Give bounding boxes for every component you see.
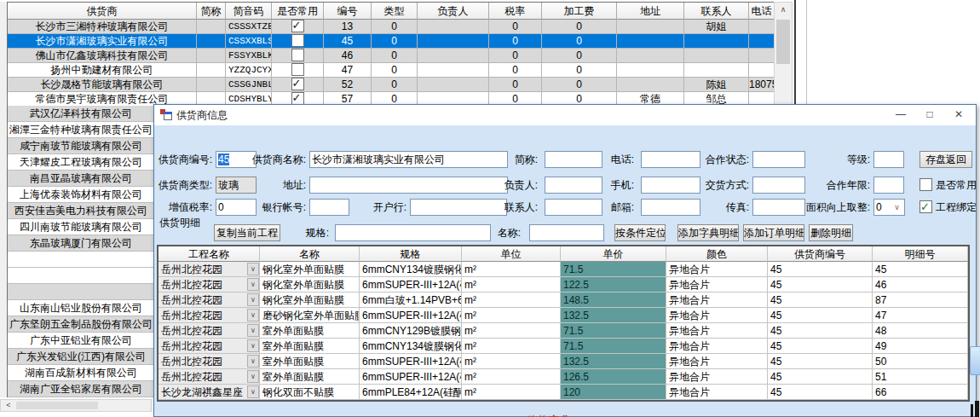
column-header[interactable]: 加工费	[542, 3, 617, 20]
checkbox-checked-icon[interactable]	[291, 20, 304, 32]
chevron-down-icon[interactable]: ∨	[247, 263, 259, 275]
detail-row[interactable]: 岳州北控花园∨钢化室外单面贴膜6mm白玻+1.14PVB+6mm...m²148…	[159, 292, 968, 308]
supplier-row[interactable]: 湘潭三金特种玻璃有限责任公司	[8, 122, 154, 138]
supplier-row[interactable]: 东晶玻璃厦门有限公司	[8, 235, 154, 252]
supplier-row[interactable]: 四川南玻节能玻璃有限公司	[8, 219, 154, 235]
column-header[interactable]: 工程名称	[159, 246, 260, 262]
detail-row[interactable]: 岳州北控花园∨室外单面贴膜6mmSUPER-III+12A(硅...m²126.…	[159, 369, 968, 385]
chevron-down-icon[interactable]: ∨	[891, 200, 903, 214]
column-header[interactable]: 电话	[749, 3, 775, 20]
checkbox-checked-icon[interactable]	[919, 200, 932, 213]
column-header[interactable]: 地址	[617, 3, 684, 20]
column-header[interactable]: 简音码	[226, 3, 272, 20]
column-header[interactable]: 单价	[561, 246, 666, 262]
chevron-down-icon[interactable]: ∨	[247, 324, 259, 337]
copy-project-button[interactable]: 复制当前工程	[214, 224, 280, 241]
supplier-row[interactable]: 扬州中勤建材有限公司YZZQJCYXGS47000	[8, 63, 775, 78]
checkbox-icon[interactable]	[291, 34, 304, 47]
project-combo-cell[interactable]: 岳州北控花园∨	[159, 292, 260, 308]
chevron-down-icon[interactable]: ∨	[247, 293, 259, 306]
scroll-up-icon[interactable]: ∧	[775, 3, 792, 17]
detail-row[interactable]: 岳州北控花园∨钢化室外单面贴膜6mmSUPER-III+12A(硅...m²12…	[159, 277, 968, 292]
coop-status-field[interactable]	[752, 151, 805, 168]
supplier-row[interactable]: 长沙晟格节能玻璃有限公司CSSGJNBLYXGS52000陈姐180751	[8, 78, 775, 92]
common-use-cell[interactable]	[272, 78, 324, 92]
chevron-down-icon[interactable]: ∨	[247, 385, 259, 398]
supplier-row[interactable]: 天津耀皮工程玻璃有限公司	[8, 154, 154, 171]
locate-by-condition-button[interactable]: 按条件定位	[614, 224, 666, 241]
column-header[interactable]: 负责人	[418, 3, 489, 20]
dialog-title-bar[interactable]: 供货商信息 — □ ✕	[154, 105, 976, 125]
chevron-down-icon[interactable]: ∨	[247, 278, 259, 291]
spec-filter-field[interactable]	[335, 224, 491, 241]
detail-row[interactable]: 岳州北控花园∨室外单面贴膜6mmSUPER-III+12A(硅...m²132.…	[159, 354, 968, 369]
project-combo-cell[interactable]: 岳州北控花园∨	[159, 323, 260, 339]
supplier-row[interactable]: 广东坚朗五金制品股份有限公司	[8, 316, 154, 333]
scrollbar-thumb[interactable]	[776, 20, 790, 64]
delivery-mode-field[interactable]	[752, 177, 805, 194]
column-header[interactable]: 简称	[197, 3, 226, 20]
supplier-row[interactable]: 山东南山铝业股份有限公司	[8, 300, 154, 316]
address-field[interactable]	[309, 177, 508, 194]
supplier-row[interactable]: 长沙市潇湘玻璃实业有限公司CSSXXBLSY..45000	[8, 34, 775, 49]
supplier-row[interactable]	[8, 284, 154, 300]
common-use-cell[interactable]	[272, 63, 324, 78]
supplier-row[interactable]: 长沙市三湘特种玻璃有限公司CSSSXTZBL..13000胡姐	[8, 20, 775, 34]
column-header[interactable]: 税率	[489, 3, 542, 20]
checkbox-icon[interactable]	[291, 49, 304, 61]
supplier-row[interactable]: 湖南广亚全铝家居有限公司	[8, 381, 154, 397]
column-header[interactable]: 颜色	[666, 246, 768, 262]
project-bind-checkbox[interactable]: 工程绑定	[919, 199, 977, 216]
supplier-row[interactable]: 西安佳吉美电力科技有限公司	[8, 203, 154, 219]
chevron-down-icon[interactable]: ∨	[247, 355, 259, 368]
add-order-detail-button[interactable]: 添加订单明细	[743, 224, 804, 241]
supplier-row[interactable]: 广东兴发铝业(江西)有限公司	[8, 349, 154, 365]
column-header[interactable]: 规格	[360, 246, 462, 262]
supplier-row[interactable]: 湖南百成新材料有限公司	[8, 365, 154, 381]
chevron-down-icon[interactable]: ∨	[247, 370, 259, 383]
name-filter-field[interactable]	[529, 224, 604, 241]
maximize-button[interactable]: □	[916, 105, 943, 125]
common-use-cell[interactable]	[272, 34, 324, 49]
common-use-cell[interactable]	[272, 20, 324, 34]
column-header[interactable]: 明细号	[873, 246, 968, 262]
supplier-row[interactable]	[8, 252, 154, 268]
project-combo-cell[interactable]: 岳州北控花园∨	[159, 277, 260, 292]
vertical-scrollbar[interactable]: ∧	[774, 2, 793, 106]
supplier-row[interactable]: 上海优泰装饰材料有限公司	[8, 187, 154, 203]
save-return-button[interactable]: 存盘返回	[919, 151, 972, 168]
supplier-row[interactable]: 佛山市亿鑫玻璃科技有限公司FSSYXBLKJ..46000	[8, 49, 775, 63]
checkbox-icon[interactable]	[919, 178, 932, 191]
close-button[interactable]: ✕	[945, 105, 972, 125]
column-header[interactable]: 供货商	[8, 3, 197, 20]
horizontal-scrollbar[interactable]: <	[0, 399, 152, 412]
scrollbar-thumb[interactable]	[16, 402, 98, 409]
grade-field[interactable]	[873, 151, 904, 168]
column-header[interactable]: 单位	[462, 246, 561, 262]
project-combo-cell[interactable]: 岳州北控花园∨	[159, 339, 260, 354]
supplier-name-field[interactable]: 长沙市潇湘玻璃实业有限公司	[309, 151, 508, 168]
checkbox-checked-icon[interactable]	[291, 78, 304, 90]
supplier-row[interactable]	[8, 268, 154, 284]
bank-account-field[interactable]	[309, 199, 349, 216]
checkbox-icon[interactable]	[291, 63, 304, 76]
supplier-row[interactable]: 咸宁南玻节能玻璃有限公司	[8, 138, 154, 154]
minimize-button[interactable]: —	[887, 105, 914, 125]
common-use-checkbox[interactable]: 是否常用	[919, 177, 977, 194]
supplier-row[interactable]: 武汉亿泽科技有限公司	[8, 106, 154, 122]
chevron-down-icon[interactable]: ∨	[247, 309, 259, 321]
coop-years-field[interactable]	[873, 177, 904, 194]
project-combo-cell[interactable]: 岳州北控花园∨	[159, 308, 260, 323]
project-combo-cell[interactable]: 岳州北控花园∨	[159, 262, 260, 277]
scroll-left-icon[interactable]: <	[3, 400, 14, 411]
column-header[interactable]: 名称	[260, 246, 360, 262]
detail-row[interactable]: 岳州北控花园∨室外单面贴膜6mmCNY134镀膜钢化m²71.5异地合片4549	[159, 339, 968, 354]
delete-detail-button[interactable]: 删除明细	[809, 224, 853, 241]
column-header[interactable]: 类型	[372, 3, 418, 20]
column-header[interactable]: 供货商编号	[768, 246, 873, 262]
project-combo-cell[interactable]: 长沙龙湖祺鑫星座∨	[159, 385, 260, 400]
detail-row[interactable]: 岳州北控花园∨磨砂钢化室外单面贴膜6mmSUPER-III+12A(硅...m²…	[159, 308, 968, 323]
area-roundup-combo[interactable]: 0∨	[873, 199, 905, 216]
detail-row[interactable]: 岳州北控花园∨钢化室外单面贴膜6mmCNY134镀膜钢化m²71.5异地合片45…	[159, 262, 968, 277]
column-header[interactable]: 是否常用	[272, 3, 324, 20]
